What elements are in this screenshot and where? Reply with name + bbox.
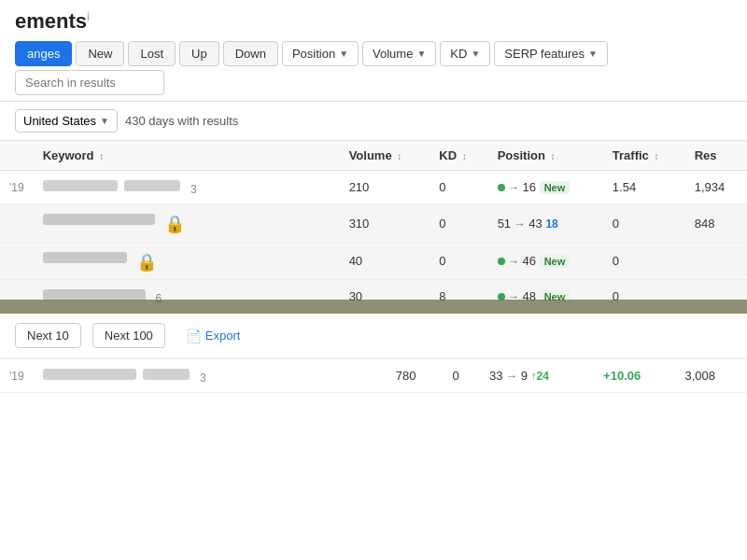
new-badge: New — [540, 181, 571, 194]
position-dropdown[interactable]: Position ▼ — [282, 41, 359, 66]
title-text: ements — [15, 9, 87, 33]
row-traffic: 1.54 — [603, 171, 685, 204]
row-date — [0, 242, 34, 280]
traffic-sort-icon[interactable]: ↕ — [654, 151, 658, 161]
row-keyword: 3 — [34, 171, 340, 204]
th-traffic: Traffic ↕ — [603, 141, 685, 171]
keyword-sort-icon[interactable]: ↕ — [99, 151, 104, 161]
row-volume: 310 — [340, 204, 430, 243]
keyword-blur — [43, 252, 127, 263]
row-res — [685, 242, 747, 280]
title-suffix: i — [87, 9, 90, 23]
tab-new[interactable]: New — [76, 41, 124, 66]
keyword-blur-2 — [143, 369, 190, 380]
keyword-blur — [43, 369, 136, 380]
location-label: United States — [23, 114, 96, 128]
th-position: Position ↕ — [488, 141, 603, 171]
position-badge: ↑24 — [531, 370, 549, 383]
search-input[interactable] — [15, 70, 164, 95]
page-title: ementsi — [15, 9, 732, 34]
row-position: → 46 New — [488, 242, 603, 280]
days-text: 430 days with results — [125, 114, 238, 128]
position-arrow-icon: → — [508, 181, 522, 194]
row-kd: 0 — [430, 204, 487, 243]
row-res: 848 — [685, 204, 747, 243]
position-dot-icon — [498, 184, 505, 191]
keyword-blur-1 — [43, 180, 118, 191]
next100-button[interactable]: Next 100 — [92, 323, 165, 348]
row-kd: 0 — [430, 242, 487, 280]
th-volume: Volume ↕ — [340, 141, 430, 171]
row-date — [0, 204, 34, 243]
tab-changes[interactable]: anges — [15, 41, 72, 66]
row-position: 51 → 43 18 — [488, 204, 603, 243]
kd-arrow-icon: ▼ — [471, 49, 480, 59]
keyword-blur-2 — [124, 180, 180, 191]
position-arrow-icon: → — [508, 255, 522, 268]
row-traffic: 0 — [603, 242, 685, 280]
table-row: '19 3 210 0 → 16 New 1.54 1,934 — [0, 171, 747, 204]
th-kd: KD ↕ — [430, 141, 487, 171]
row-volume: 210 — [340, 171, 430, 204]
table-header-row: Keyword ↕ Volume ↕ KD ↕ Position ↕ Traff… — [0, 141, 747, 171]
row-keyword: 🔒 — [34, 204, 340, 243]
new-badge: New — [540, 255, 571, 268]
position-dot-icon — [498, 258, 505, 265]
position-arrow-icon: ▼ — [339, 49, 348, 59]
volume-dropdown[interactable]: Volume ▼ — [362, 41, 436, 66]
lock-icon: 🔒 — [164, 215, 185, 233]
location-arrow-icon: ▼ — [100, 116, 109, 126]
row-kd: 0 — [443, 359, 480, 393]
table-row: '19 3 780 0 33 → 9 ↑24 +10.06 3,008 — [0, 359, 747, 393]
lock-icon: 🔒 — [136, 252, 157, 271]
row-col3: 3 — [190, 183, 197, 196]
position-value: 16 — [523, 180, 540, 194]
row-traffic: 0 — [603, 204, 685, 243]
row-volume: 40 — [340, 242, 430, 280]
table-container: Keyword ↕ Volume ↕ KD ↕ Position ↕ Traff… — [0, 141, 747, 314]
th-date — [0, 141, 34, 171]
th-res: Res — [685, 141, 747, 171]
results-table: Keyword ↕ Volume ↕ KD ↕ Position ↕ Traff… — [0, 141, 747, 314]
pagination-row: Next 10 Next 100 📄 Export — [0, 314, 747, 358]
page-header: ementsi anges New Lost Up Down Position … — [0, 0, 747, 102]
tab-up[interactable]: Up — [179, 41, 219, 66]
kd-dropdown[interactable]: KD ▼ — [440, 41, 490, 66]
row-res: 1,934 — [685, 171, 747, 204]
row-kd: 0 — [430, 171, 487, 204]
keyword-blur — [43, 214, 155, 225]
row-res: 3,008 — [676, 359, 747, 393]
volume-arrow-icon: ▼ — [416, 49, 426, 59]
row-col3: 3 — [200, 371, 206, 385]
table-row: 🔒 310 0 51 → 43 18 0 848 — [0, 204, 747, 243]
export-button[interactable]: 📄 Export — [176, 324, 250, 348]
bottom-table: '19 3 780 0 33 → 9 ↑24 +10.06 3,008 — [0, 359, 747, 393]
filter-bar: United States ▼ 430 days with results — [0, 102, 747, 141]
row-position: → 16 New — [488, 171, 603, 204]
row-volume: 780 — [387, 359, 444, 393]
table-row: 🔒 40 0 → 46 New 0 — [0, 242, 747, 280]
serp-arrow-icon: ▼ — [588, 49, 598, 59]
overlay-banner: Google SEO，提升 TG:gegejia888 — [0, 300, 747, 314]
export-icon: 📄 — [186, 329, 202, 343]
toolbar: anges New Lost Up Down Position ▼ Volume… — [15, 41, 732, 95]
volume-sort-icon[interactable]: ↕ — [397, 151, 402, 161]
next10-button[interactable]: Next 10 — [15, 323, 81, 348]
position-badge: 18 — [545, 217, 557, 231]
row-date: '19 — [0, 171, 34, 204]
row-traffic: +10.06 — [594, 359, 675, 393]
th-keyword: Keyword ↕ — [34, 141, 340, 171]
tab-lost[interactable]: Lost — [128, 41, 176, 66]
row-keyword: 🔒 — [34, 242, 340, 280]
position-sort-icon[interactable]: ↕ — [551, 151, 556, 161]
kd-sort-icon[interactable]: ↕ — [462, 151, 467, 161]
position-arrow-icon: → — [514, 217, 526, 231]
location-dropdown[interactable]: United States ▼ — [15, 109, 118, 133]
row-keyword: 3 — [34, 359, 387, 393]
bottom-section: '19 3 780 0 33 → 9 ↑24 +10.06 3,008 — [0, 358, 747, 393]
serp-dropdown[interactable]: SERP features ▼ — [494, 41, 608, 66]
tab-down[interactable]: Down — [223, 41, 278, 66]
position-arrow-icon: → — [506, 370, 517, 383]
row-position: 33 → 9 ↑24 — [480, 359, 594, 393]
row-date: '19 — [0, 359, 34, 393]
